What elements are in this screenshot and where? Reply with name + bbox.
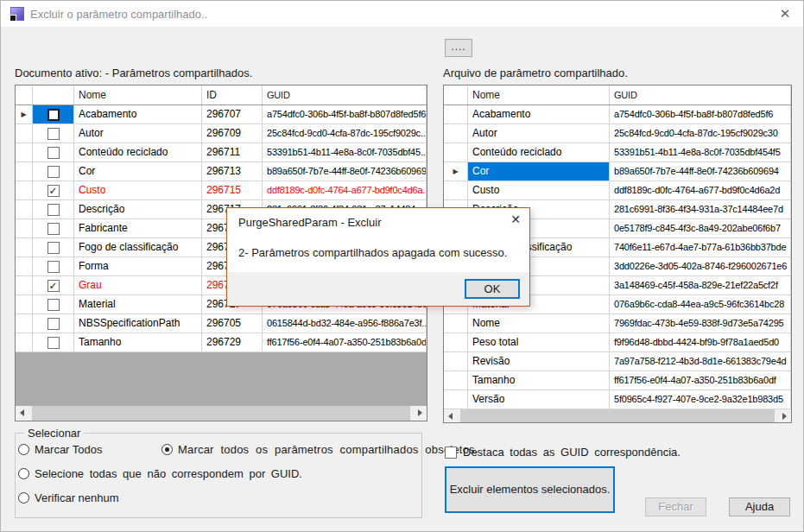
radio-nao-correspondem-guid[interactable]: Selecione todas que não correspondem por…	[18, 466, 302, 480]
row-checkbox-icon[interactable]	[47, 318, 60, 330]
message-dialog: PurgeSharedParam - Excluir ✕ 2- Parâmetr…	[226, 207, 530, 307]
guid-cell: 53391b51-4b11-4e8a-8c0f-7035dbf45...	[263, 143, 427, 162]
scroll-right-icon[interactable]	[412, 406, 427, 421]
name-cell: Fabricante	[74, 219, 202, 238]
radio-marcar-todos[interactable]: Marcar Todos	[18, 442, 103, 456]
name-cell: Cor	[468, 162, 610, 181]
table-row[interactable]: Versão5f0965c4-f927-407e-9ce2-9a32e1b983…	[444, 390, 791, 409]
row-checkbox-cell[interactable]	[33, 124, 74, 143]
radio-label: Selecione todas que não correspondem por…	[35, 467, 302, 480]
radio-icon	[18, 468, 29, 479]
row-checkbox-cell[interactable]: ✓	[33, 181, 74, 200]
scroll-left-icon[interactable]	[16, 406, 30, 421]
radio-verificar-nenhum[interactable]: Verificar nenhum	[18, 491, 119, 504]
dialog-message: 2- Parâmetros compartilhados apagada com…	[238, 246, 507, 259]
name-cell: Acabamento	[74, 105, 202, 124]
browse-button[interactable]: ....	[445, 39, 472, 57]
row-indicator-cell	[16, 143, 33, 162]
radio-marcar-obsoletos[interactable]: Marcar todos os parâmetros compartilhado…	[161, 442, 478, 456]
row-checkbox-cell[interactable]	[33, 238, 74, 257]
scroll-left-icon[interactable]	[444, 409, 459, 423]
guid-cell: b89a650f-7b7e-44ff-8e0f-74236b609694	[610, 162, 791, 181]
table-row[interactable]: Tamanho296729ff617f56-e0f4-4a07-a350-251…	[16, 333, 427, 352]
table-row[interactable]: ✓Custo296715ddf8189c-d0fc-4764-a677-bd9f…	[16, 181, 427, 200]
dialog-close-icon[interactable]: ✕	[510, 212, 521, 226]
row-indicator-cell	[16, 333, 33, 352]
row-checkbox-cell[interactable]	[33, 314, 74, 333]
row-checkbox-icon[interactable]: ✓	[47, 280, 60, 292]
guid-cell: 5f0965c4-f927-407e-9ce2-9a32e1b983d5	[610, 390, 791, 409]
row-checkbox-icon[interactable]: ✓	[47, 185, 60, 197]
row-checkbox-icon[interactable]	[47, 109, 60, 121]
header-nome[interactable]: Nome	[74, 86, 202, 104]
name-cell: Custo	[74, 181, 202, 200]
ok-button[interactable]: OK	[465, 279, 520, 299]
row-checkbox-cell[interactable]	[33, 162, 74, 181]
app-icon	[10, 7, 24, 21]
table-row[interactable]: Acabamentoa754dfc0-306b-4f5f-ba8f-b807d8…	[444, 105, 791, 124]
right-panel-label: Arquivo de parâmetro compartilhado.	[443, 66, 628, 79]
table-row[interactable]: ▶Acabamento296707a754dfc0-306b-4f5f-ba8f…	[16, 105, 427, 124]
guid-cell: b89a650f-7b7e-44ff-8e0f-74236b609694	[263, 162, 427, 181]
scroll-right-icon[interactable]	[776, 409, 791, 423]
row-checkbox-icon[interactable]	[47, 337, 60, 349]
scroll-thumb[interactable]	[32, 406, 410, 421]
table-row[interactable]: ▶Corb89a650f-7b7e-44ff-8e0f-74236b609694	[444, 162, 791, 181]
row-checkbox-cell[interactable]	[33, 143, 74, 162]
header-guid[interactable]: GUID	[263, 86, 427, 104]
left-panel-label: Documento ativo: - Parâmetros compartilh…	[15, 66, 252, 79]
window-close-icon[interactable]: ✕	[767, 1, 803, 27]
row-checkbox-icon[interactable]	[47, 242, 60, 254]
highlight-guid-checkbox[interactable]: Destaca todas as GUID correspondência.	[445, 446, 681, 459]
guid-cell: ff617f56-e0f4-4a07-a350-251b83b6a0df	[263, 333, 427, 352]
name-cell: Autor	[74, 124, 202, 143]
row-checkbox-cell[interactable]	[33, 219, 74, 238]
row-indicator-cell	[16, 238, 33, 257]
row-checkbox-icon[interactable]	[47, 261, 60, 273]
row-checkbox-icon[interactable]	[47, 166, 60, 178]
table-row[interactable]: Revisão7a97a758-f212-4b3d-8d1e-661383c79…	[444, 352, 791, 371]
header-id[interactable]: ID	[202, 86, 263, 104]
row-checkbox-cell[interactable]	[33, 105, 74, 124]
row-indicator-cell	[444, 124, 468, 143]
right-horizontal-scrollbar[interactable]	[444, 409, 791, 423]
guid-cell: 076a9b6c-cda8-44ea-a9c5-96fc3614bc28	[610, 295, 791, 314]
scroll-thumb[interactable]	[460, 409, 775, 423]
guid-cell: 7969fdac-473b-4e59-838f-9d73e5a74295	[610, 314, 791, 333]
name-cell: Custo	[468, 181, 610, 200]
row-checkbox-cell[interactable]	[33, 333, 74, 352]
row-checkbox-icon[interactable]	[47, 299, 60, 311]
table-row[interactable]: Autor25c84fcd-9cd0-4cfa-87dc-195cf9029c3…	[444, 124, 791, 143]
header-nome[interactable]: Nome	[468, 86, 610, 104]
row-checkbox-icon[interactable]	[47, 128, 60, 140]
table-row[interactable]: NBSSpecificationPath2967050615844d-bd32-…	[16, 314, 427, 333]
row-checkbox-cell[interactable]	[33, 257, 74, 276]
row-checkbox-icon[interactable]	[47, 223, 60, 235]
window-title: Excluir o parâmetro compartilhado..	[30, 8, 207, 21]
left-grid-empty-area	[16, 352, 427, 406]
header-guid[interactable]: GUID	[610, 86, 791, 104]
name-cell: Cor	[74, 162, 202, 181]
table-row[interactable]: Peso totalf9f96d48-dbbd-4424-bf9b-9f78a1…	[444, 333, 791, 352]
table-row[interactable]: Tamanhoff617f56-e0f4-4a07-a350-251b83b6a…	[444, 371, 791, 390]
table-row[interactable]: Conteúdo reciclado29671153391b51-4b11-4e…	[16, 143, 427, 162]
row-indicator-cell	[16, 314, 33, 333]
table-row[interactable]: Custoddf8189c-d0fc-4764-a677-bd9f0c4d6a2…	[444, 181, 791, 200]
row-checkbox-icon[interactable]	[47, 147, 60, 159]
left-horizontal-scrollbar[interactable]	[16, 406, 427, 421]
help-button[interactable]: Ajuda	[729, 497, 790, 516]
table-row[interactable]: Nome7969fdac-473b-4e59-838f-9d73e5a74295	[444, 314, 791, 333]
guid-cell: 3a148469-c45f-458a-829e-21ef22a5cf2f	[610, 276, 791, 295]
row-checkbox-cell[interactable]	[33, 200, 74, 219]
name-cell: Nome	[468, 314, 610, 333]
row-indicator-cell	[444, 314, 468, 333]
row-checkbox-cell[interactable]: ✓	[33, 276, 74, 295]
header-indicator	[444, 86, 468, 104]
row-checkbox-icon[interactable]	[47, 204, 60, 216]
table-row[interactable]: Cor296713b89a650f-7b7e-44ff-8e0f-74236b6…	[16, 162, 427, 181]
guid-cell: ddf8189c-d0fc-4764-a677-bd9f0c4d6a2d	[610, 181, 791, 200]
row-checkbox-cell[interactable]	[33, 295, 74, 314]
table-row[interactable]: Autor29670925c84fcd-9cd0-4cfa-87dc-195cf…	[16, 124, 427, 143]
delete-selected-button[interactable]: Excluir elementos selecionados.	[445, 466, 615, 513]
table-row[interactable]: Conteúdo reciclado53391b51-4b11-4e8a-8c0…	[444, 143, 791, 162]
